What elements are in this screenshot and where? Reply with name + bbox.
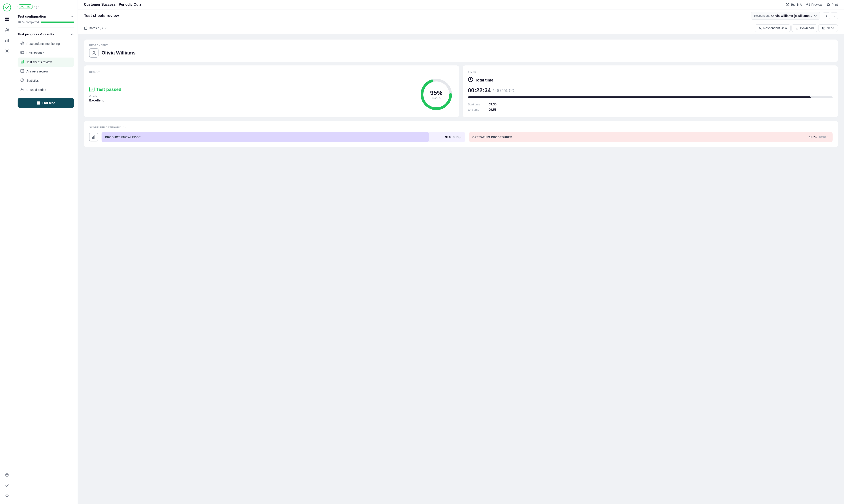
respondents-monitoring-icon bbox=[20, 41, 24, 46]
respondent-view-button[interactable]: Respondent view bbox=[755, 24, 791, 32]
menu-item-unused-codes[interactable]: Unused codes bbox=[18, 85, 74, 94]
page-title: Customer Success - Periodic Quiz bbox=[84, 3, 141, 6]
respondent-label: Respondent bbox=[754, 14, 770, 17]
donut-pct: 95% bbox=[430, 89, 443, 96]
nav-grid-icon[interactable] bbox=[3, 15, 12, 24]
sub-header-right: Respondent Olivia Williams (o.williams..… bbox=[751, 12, 838, 20]
test-info-label: Test info bbox=[791, 3, 802, 6]
nav-users-icon[interactable] bbox=[3, 25, 12, 34]
app-logo bbox=[3, 3, 11, 12]
respondent-card-label: RESPONDENT bbox=[89, 44, 136, 47]
donut-chart: 95% 19/20 p. bbox=[419, 77, 454, 112]
category-operating-procedures: OPERATING PROCEDURES 100% 10/10 p. bbox=[469, 132, 832, 142]
respondent-selector[interactable]: Respondent Olivia Williams (o.williams..… bbox=[751, 12, 820, 20]
send-label: Send bbox=[827, 26, 834, 30]
total-time-row: Total time bbox=[468, 77, 832, 84]
prev-respondent-button[interactable]: ‹ bbox=[823, 12, 830, 19]
respondent-card-name: Olivia Williams bbox=[102, 50, 136, 56]
menu-item-respondents-monitoring[interactable]: Respondents monitoring bbox=[18, 39, 74, 48]
category-chart-icon bbox=[89, 133, 98, 141]
icon-sidebar: ? bbox=[0, 0, 14, 504]
menu-item-test-sheets-review[interactable]: Test sheets review bbox=[18, 57, 74, 67]
test-config-section[interactable]: Test configuration bbox=[18, 12, 74, 20]
send-icon bbox=[822, 26, 826, 30]
svg-rect-4 bbox=[7, 20, 9, 21]
svg-rect-35 bbox=[93, 136, 94, 139]
svg-point-24 bbox=[808, 4, 809, 5]
test-progress-chevron bbox=[71, 33, 74, 36]
menu-item-answers-review[interactable]: Answers review bbox=[18, 67, 74, 76]
svg-point-19 bbox=[22, 80, 23, 80]
menu-item-respondents-monitoring-label: Respondents monitoring bbox=[27, 42, 60, 46]
svg-point-6 bbox=[7, 29, 8, 30]
preview-icon bbox=[806, 3, 810, 6]
nav-settings-icon[interactable] bbox=[3, 47, 12, 55]
nav-chart-icon[interactable] bbox=[3, 36, 12, 45]
test-passed-text: Test passed bbox=[96, 87, 121, 92]
sub-header-title: Test sheets review bbox=[84, 10, 119, 22]
donut-sub: 19/20 p. bbox=[430, 96, 443, 100]
end-test-button[interactable]: End test bbox=[18, 98, 74, 108]
test-info-icon: i bbox=[786, 3, 789, 6]
end-time-value: 09:58 bbox=[488, 108, 497, 111]
menu-item-statistics-label: Statistics bbox=[27, 79, 39, 82]
menu-item-statistics[interactable]: Statistics bbox=[18, 76, 74, 85]
score-section: SCORE PER CATEGORY (2) PRODUCT KNOWLEDGE… bbox=[84, 121, 838, 147]
svg-text:?: ? bbox=[6, 474, 8, 477]
test-progress-title: Test progress & results bbox=[18, 32, 54, 36]
test-info-button[interactable]: i Test info bbox=[786, 3, 802, 6]
respondent-chevron-icon bbox=[814, 14, 817, 17]
total-time-label: Total time bbox=[475, 78, 494, 83]
product-knowledge-content: PRODUCT KNOWLEDGE 90% 9/10 p. bbox=[105, 135, 462, 139]
nav-feedback-icon[interactable] bbox=[3, 481, 12, 490]
svg-rect-8 bbox=[6, 39, 7, 42]
svg-rect-28 bbox=[823, 27, 825, 29]
nav-help-icon[interactable]: ? bbox=[3, 471, 12, 480]
product-knowledge-pct: 90% bbox=[445, 135, 451, 139]
result-info: Test passed Grade Excellent bbox=[89, 87, 413, 102]
start-time-label: Start time bbox=[468, 103, 483, 106]
send-button[interactable]: Send bbox=[818, 24, 838, 32]
test-progress-section-header[interactable]: Test progress & results bbox=[18, 30, 74, 38]
svg-point-32 bbox=[435, 79, 437, 82]
header-actions: i Test info Preview Print bbox=[786, 3, 838, 6]
cards-row: RESULT Test passed Grade Excellent bbox=[84, 66, 838, 117]
svg-point-5 bbox=[6, 29, 7, 30]
next-respondent-button[interactable]: › bbox=[831, 12, 838, 19]
test-config-title: Test configuration bbox=[18, 15, 46, 18]
main-content: Customer Success - Periodic Quiz i Test … bbox=[78, 0, 844, 504]
product-knowledge-score: 90% 9/10 p. bbox=[445, 135, 462, 139]
content-area: RESPONDENT Olivia Williams RESULT bbox=[78, 34, 844, 504]
test-passed-row: Test passed bbox=[89, 87, 413, 92]
preview-button[interactable]: Preview bbox=[806, 3, 822, 6]
unused-codes-icon bbox=[20, 87, 24, 92]
statistics-icon bbox=[20, 78, 24, 83]
start-time-row: Start time 09:35 bbox=[468, 103, 832, 106]
svg-point-23 bbox=[807, 3, 810, 6]
time-total: 00:24:00 bbox=[495, 88, 514, 93]
product-knowledge-pts: 9/10 p. bbox=[453, 136, 462, 139]
svg-rect-34 bbox=[92, 137, 93, 139]
print-button[interactable]: Print bbox=[827, 3, 838, 6]
dates-label: Dates bbox=[89, 26, 97, 30]
preview-label: Preview bbox=[811, 3, 822, 6]
left-sidebar: ACTIVE i Test configuration 100% complet… bbox=[14, 0, 78, 504]
svg-rect-17 bbox=[21, 69, 24, 72]
operating-procedures-score: 100% 10/10 p. bbox=[809, 135, 829, 139]
nav-expand-icon[interactable] bbox=[3, 492, 12, 501]
dates-button[interactable]: Dates 1, 2 bbox=[84, 26, 107, 30]
download-button[interactable]: Download bbox=[791, 24, 817, 32]
respondent-view-icon bbox=[758, 26, 762, 30]
progress-bar-fill bbox=[41, 21, 74, 23]
status-badge: ACTIVE bbox=[18, 4, 33, 9]
operating-procedures-pts: 10/10 p. bbox=[819, 136, 829, 139]
product-knowledge-name: PRODUCT KNOWLEDGE bbox=[105, 136, 141, 139]
result-card: RESULT Test passed Grade Excellent bbox=[84, 66, 459, 117]
result-card-label: RESULT bbox=[89, 71, 454, 73]
status-info-icon[interactable]: i bbox=[35, 5, 38, 8]
test-sheets-review-icon bbox=[20, 60, 24, 65]
score-count: (2) bbox=[122, 126, 125, 129]
donut-center: 95% 19/20 p. bbox=[430, 89, 443, 100]
menu-item-results-table[interactable]: Results table bbox=[18, 48, 74, 57]
section-divider bbox=[18, 27, 74, 28]
